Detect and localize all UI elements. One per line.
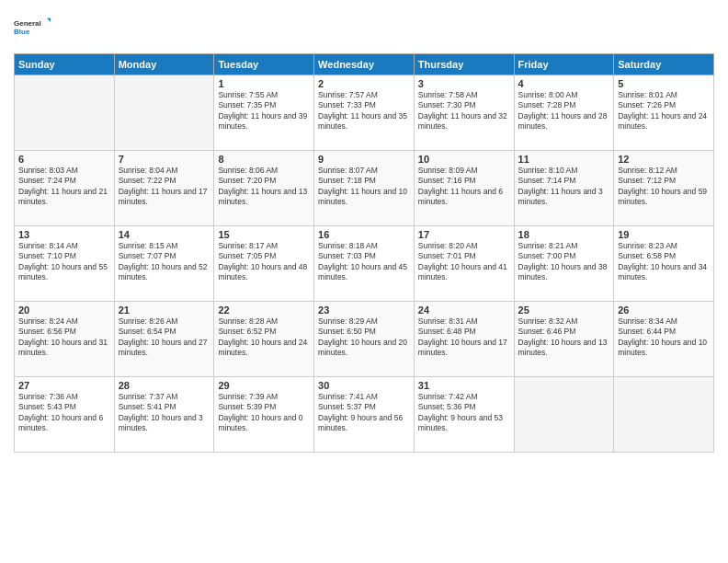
day-info: Sunrise: 8:09 AM Sunset: 7:16 PM Dayligh… xyxy=(418,166,510,208)
calendar-cell: 4 Sunrise: 8:00 AM Sunset: 7:28 PM Dayli… xyxy=(514,75,614,151)
calendar-cell: 28 Sunrise: 7:37 AM Sunset: 5:41 PM Dayl… xyxy=(114,377,214,453)
week-row-3: 13 Sunrise: 8:14 AM Sunset: 7:10 PM Dayl… xyxy=(15,226,714,302)
calendar-cell: 23 Sunrise: 8:29 AM Sunset: 6:50 PM Dayl… xyxy=(314,302,415,377)
day-info: Sunrise: 8:21 AM Sunset: 7:00 PM Dayligh… xyxy=(518,241,610,283)
week-row-5: 27 Sunrise: 7:36 AM Sunset: 5:43 PM Dayl… xyxy=(15,377,714,453)
page: General Blue SundayMondayTuesdayWednesda… xyxy=(0,0,728,563)
calendar-cell: 7 Sunrise: 8:04 AM Sunset: 7:22 PM Dayli… xyxy=(114,151,214,226)
day-info: Sunrise: 8:24 AM Sunset: 6:56 PM Dayligh… xyxy=(18,316,110,359)
day-info: Sunrise: 8:06 AM Sunset: 7:20 PM Dayligh… xyxy=(218,166,310,208)
day-number: 20 xyxy=(18,304,110,316)
calendar-cell xyxy=(15,75,115,151)
day-number: 12 xyxy=(618,154,710,165)
day-number: 7 xyxy=(119,154,210,165)
day-number: 15 xyxy=(218,229,310,240)
day-info: Sunrise: 7:42 AM Sunset: 5:36 PM Dayligh… xyxy=(418,392,510,434)
calendar-cell xyxy=(114,75,214,151)
calendar-cell: 8 Sunrise: 8:06 AM Sunset: 7:20 PM Dayli… xyxy=(214,151,314,226)
day-info: Sunrise: 8:10 AM Sunset: 7:14 PM Dayligh… xyxy=(518,166,610,208)
day-info: Sunrise: 8:23 AM Sunset: 6:58 PM Dayligh… xyxy=(618,241,710,283)
calendar-cell: 11 Sunrise: 8:10 AM Sunset: 7:14 PM Dayl… xyxy=(514,151,614,226)
calendar-cell: 24 Sunrise: 8:31 AM Sunset: 6:48 PM Dayl… xyxy=(414,302,514,377)
day-number: 9 xyxy=(318,154,410,165)
day-number: 18 xyxy=(518,229,610,240)
day-info: Sunrise: 8:20 AM Sunset: 7:01 PM Dayligh… xyxy=(418,241,510,283)
calendar-cell: 2 Sunrise: 7:57 AM Sunset: 7:33 PM Dayli… xyxy=(314,75,415,151)
day-number: 2 xyxy=(318,78,410,89)
day-info: Sunrise: 8:03 AM Sunset: 7:24 PM Dayligh… xyxy=(18,166,110,208)
day-number: 17 xyxy=(418,229,510,240)
day-number: 30 xyxy=(318,380,410,391)
calendar-cell: 15 Sunrise: 8:17 AM Sunset: 7:05 PM Dayl… xyxy=(214,226,314,302)
days-header-row: SundayMondayTuesdayWednesdayThursdayFrid… xyxy=(15,54,714,75)
calendar-cell: 16 Sunrise: 8:18 AM Sunset: 7:03 PM Dayl… xyxy=(314,226,415,302)
week-row-2: 6 Sunrise: 8:03 AM Sunset: 7:24 PM Dayli… xyxy=(15,151,714,226)
day-number: 22 xyxy=(218,304,310,316)
svg-text:General: General xyxy=(14,19,41,28)
day-number: 13 xyxy=(18,229,110,240)
day-info: Sunrise: 8:15 AM Sunset: 7:07 PM Dayligh… xyxy=(119,241,210,283)
week-row-1: 1 Sunrise: 7:55 AM Sunset: 7:35 PM Dayli… xyxy=(15,75,714,151)
calendar-cell: 10 Sunrise: 8:09 AM Sunset: 7:16 PM Dayl… xyxy=(414,151,514,226)
day-info: Sunrise: 8:04 AM Sunset: 7:22 PM Dayligh… xyxy=(119,166,210,208)
day-info: Sunrise: 8:31 AM Sunset: 6:48 PM Dayligh… xyxy=(418,316,510,359)
calendar-cell: 13 Sunrise: 8:14 AM Sunset: 7:10 PM Dayl… xyxy=(15,226,115,302)
calendar-cell: 18 Sunrise: 8:21 AM Sunset: 7:00 PM Dayl… xyxy=(514,226,614,302)
day-info: Sunrise: 8:12 AM Sunset: 7:12 PM Dayligh… xyxy=(618,166,710,208)
day-number: 24 xyxy=(418,304,510,316)
day-info: Sunrise: 8:32 AM Sunset: 6:46 PM Dayligh… xyxy=(518,316,610,359)
calendar-cell: 6 Sunrise: 8:03 AM Sunset: 7:24 PM Dayli… xyxy=(15,151,115,226)
calendar-cell: 20 Sunrise: 8:24 AM Sunset: 6:56 PM Dayl… xyxy=(15,302,115,377)
day-number: 14 xyxy=(119,229,210,240)
day-number: 5 xyxy=(618,78,710,89)
day-number: 6 xyxy=(18,154,110,165)
calendar-cell: 3 Sunrise: 7:58 AM Sunset: 7:30 PM Dayli… xyxy=(414,75,514,151)
calendar-cell: 5 Sunrise: 8:01 AM Sunset: 7:26 PM Dayli… xyxy=(614,75,714,151)
day-info: Sunrise: 7:58 AM Sunset: 7:30 PM Dayligh… xyxy=(418,90,510,132)
header: General Blue xyxy=(14,9,714,46)
day-number: 1 xyxy=(218,78,310,89)
logo: General Blue xyxy=(14,9,51,46)
day-header-thursday: Thursday xyxy=(414,54,514,75)
calendar-cell: 17 Sunrise: 8:20 AM Sunset: 7:01 PM Dayl… xyxy=(414,226,514,302)
calendar-cell: 27 Sunrise: 7:36 AM Sunset: 5:43 PM Dayl… xyxy=(15,377,115,453)
day-number: 28 xyxy=(119,380,210,391)
day-number: 16 xyxy=(318,229,410,240)
day-number: 21 xyxy=(119,304,210,316)
day-header-saturday: Saturday xyxy=(614,54,714,75)
day-number: 31 xyxy=(418,380,510,391)
day-number: 11 xyxy=(518,154,610,165)
day-info: Sunrise: 8:18 AM Sunset: 7:03 PM Dayligh… xyxy=(318,241,410,283)
day-info: Sunrise: 8:01 AM Sunset: 7:26 PM Dayligh… xyxy=(618,90,710,132)
day-header-monday: Monday xyxy=(114,54,214,75)
calendar-cell: 26 Sunrise: 8:34 AM Sunset: 6:44 PM Dayl… xyxy=(614,302,714,377)
calendar-cell: 31 Sunrise: 7:42 AM Sunset: 5:36 PM Dayl… xyxy=(414,377,514,453)
day-info: Sunrise: 7:55 AM Sunset: 7:35 PM Dayligh… xyxy=(218,90,310,132)
day-info: Sunrise: 7:41 AM Sunset: 5:37 PM Dayligh… xyxy=(318,392,410,434)
day-info: Sunrise: 7:57 AM Sunset: 7:33 PM Dayligh… xyxy=(318,90,410,132)
calendar-table: SundayMondayTuesdayWednesdayThursdayFrid… xyxy=(14,53,714,453)
day-info: Sunrise: 8:29 AM Sunset: 6:50 PM Dayligh… xyxy=(318,316,410,359)
day-info: Sunrise: 7:36 AM Sunset: 5:43 PM Dayligh… xyxy=(18,392,110,434)
calendar-cell: 25 Sunrise: 8:32 AM Sunset: 6:46 PM Dayl… xyxy=(514,302,614,377)
day-info: Sunrise: 8:00 AM Sunset: 7:28 PM Dayligh… xyxy=(518,90,610,132)
day-number: 8 xyxy=(218,154,310,165)
day-number: 29 xyxy=(218,380,310,391)
day-number: 26 xyxy=(618,304,710,316)
day-header-friday: Friday xyxy=(514,54,614,75)
calendar-cell xyxy=(514,377,614,453)
week-row-4: 20 Sunrise: 8:24 AM Sunset: 6:56 PM Dayl… xyxy=(15,302,714,377)
day-number: 27 xyxy=(18,380,110,391)
day-number: 3 xyxy=(418,78,510,89)
calendar-cell: 19 Sunrise: 8:23 AM Sunset: 6:58 PM Dayl… xyxy=(614,226,714,302)
day-info: Sunrise: 8:14 AM Sunset: 7:10 PM Dayligh… xyxy=(18,241,110,283)
day-info: Sunrise: 8:17 AM Sunset: 7:05 PM Dayligh… xyxy=(218,241,310,283)
day-info: Sunrise: 8:26 AM Sunset: 6:54 PM Dayligh… xyxy=(119,316,210,359)
day-number: 25 xyxy=(518,304,610,316)
day-number: 10 xyxy=(418,154,510,165)
calendar-cell: 21 Sunrise: 8:26 AM Sunset: 6:54 PM Dayl… xyxy=(114,302,214,377)
day-info: Sunrise: 7:37 AM Sunset: 5:41 PM Dayligh… xyxy=(119,392,210,434)
day-info: Sunrise: 7:39 AM Sunset: 5:39 PM Dayligh… xyxy=(218,392,310,434)
calendar-cell: 12 Sunrise: 8:12 AM Sunset: 7:12 PM Dayl… xyxy=(614,151,714,226)
svg-text:Blue: Blue xyxy=(14,28,30,36)
